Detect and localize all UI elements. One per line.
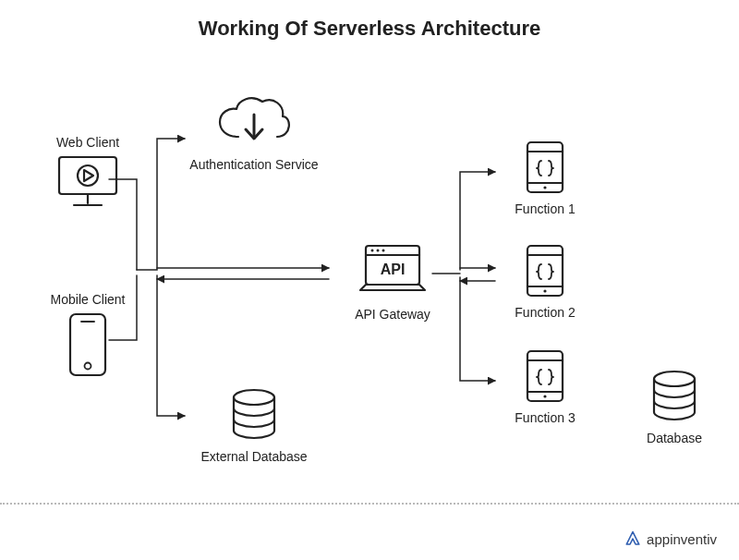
mobile-client-label: Mobile Client xyxy=(37,292,139,307)
svg-point-11 xyxy=(371,250,374,252)
node-auth-service: Authentication Service xyxy=(176,92,333,172)
brand-text: appinventiv xyxy=(647,531,717,547)
function-2-label: Function 2 xyxy=(499,305,591,320)
tablet-code-icon xyxy=(524,242,566,299)
node-function-3: Function 3 xyxy=(499,347,591,425)
smartphone-icon xyxy=(65,310,111,379)
node-api-gateway: API API Gateway xyxy=(333,240,453,322)
node-mobile-client: Mobile Client xyxy=(37,286,139,379)
brand-mark-icon xyxy=(624,530,641,547)
svg-rect-22 xyxy=(527,351,563,401)
svg-point-26 xyxy=(654,371,695,386)
svg-rect-4 xyxy=(70,314,105,375)
api-gateway-label: API Gateway xyxy=(333,307,453,322)
tablet-code-icon xyxy=(524,139,566,196)
svg-rect-0 xyxy=(59,157,116,194)
function-3-label: Function 3 xyxy=(499,410,591,425)
web-client-label: Web Client xyxy=(37,135,139,150)
laptop-api-icon: API xyxy=(357,240,429,301)
svg-point-12 xyxy=(377,250,380,252)
svg-rect-18 xyxy=(527,246,563,296)
cloud-download-icon xyxy=(212,92,296,152)
api-badge-text: API xyxy=(381,262,406,277)
node-database: Database xyxy=(628,370,721,445)
svg-point-8 xyxy=(234,390,274,405)
svg-rect-14 xyxy=(527,142,563,192)
tablet-code-icon xyxy=(524,347,566,405)
node-function-2: Function 2 xyxy=(499,242,591,320)
svg-point-17 xyxy=(543,186,546,189)
database-icon xyxy=(648,370,700,425)
svg-point-1 xyxy=(78,165,98,186)
external-db-label: External Database xyxy=(185,449,323,464)
node-external-db: External Database xyxy=(185,388,323,464)
function-1-label: Function 1 xyxy=(499,201,591,216)
database-label: Database xyxy=(628,431,721,445)
svg-point-21 xyxy=(543,289,546,292)
brand-logo: appinventiv xyxy=(624,530,717,547)
svg-point-25 xyxy=(543,395,546,397)
monitor-play-icon xyxy=(55,153,120,211)
node-web-client: Web Client xyxy=(37,129,139,211)
database-icon xyxy=(228,388,280,444)
footer-separator xyxy=(0,503,739,505)
node-function-1: Function 1 xyxy=(499,139,591,216)
auth-service-label: Authentication Service xyxy=(176,157,333,172)
diagram-title: Working Of Serverless Architecture xyxy=(0,17,739,41)
svg-point-6 xyxy=(85,363,91,370)
svg-point-13 xyxy=(382,250,385,252)
